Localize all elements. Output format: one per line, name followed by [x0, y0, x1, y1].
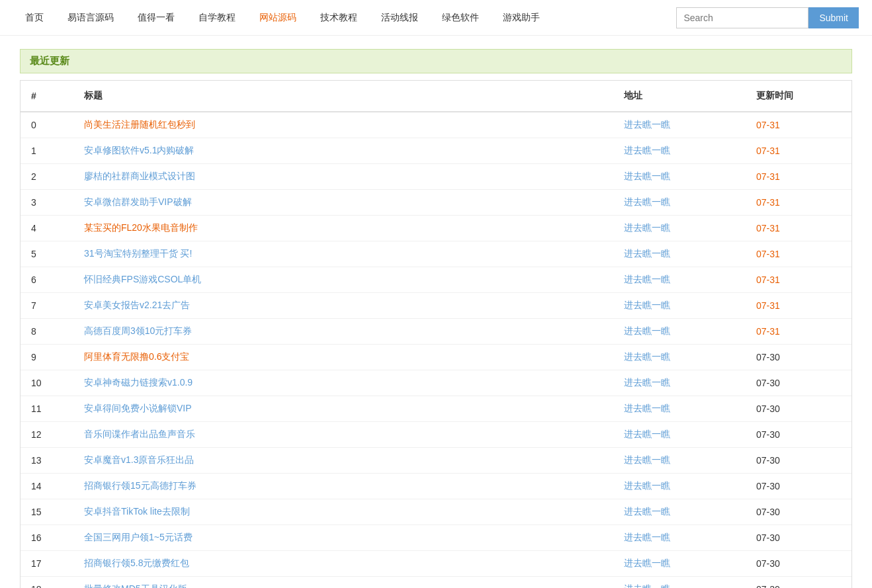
search-input[interactable]	[676, 7, 808, 28]
cell-date: 07-30	[746, 396, 851, 422]
submit-button[interactable]: Submit	[808, 7, 859, 28]
cell-date: 07-30	[746, 551, 851, 577]
title-link[interactable]: 批量修改MD5工具汉化版	[84, 583, 187, 588]
cell-title: 某宝买的FL20水果电音制作	[73, 216, 613, 241]
cell-date: 07-31	[746, 267, 851, 293]
addr-link[interactable]: 进去瞧一瞧	[624, 196, 670, 207]
table-row: 9阿里体育无限撸0.6支付宝进去瞧一瞧07-30	[21, 345, 851, 370]
cell-addr: 进去瞧一瞧	[613, 345, 746, 370]
cell-date: 07-31	[746, 164, 851, 190]
nav-huodong[interactable]: 活动线报	[369, 12, 430, 24]
addr-link[interactable]: 进去瞧一瞧	[624, 274, 670, 284]
addr-link[interactable]: 进去瞧一瞧	[624, 583, 670, 588]
col-header-addr: 地址	[613, 81, 746, 112]
addr-link[interactable]: 进去瞧一瞧	[624, 145, 670, 155]
cell-date: 07-31	[746, 190, 851, 216]
title-link[interactable]: 安卓微信群发助手VIP破解	[84, 196, 192, 207]
table-row: 12音乐间谍作者出品鱼声音乐进去瞧一瞧07-30	[21, 422, 851, 448]
addr-link[interactable]: 进去瞧一瞧	[624, 377, 670, 388]
cell-num: 12	[21, 422, 73, 448]
title-link[interactable]: 尚美生活注册随机红包秒到	[84, 119, 195, 130]
cell-num: 14	[21, 474, 73, 499]
addr-link[interactable]: 进去瞧一瞧	[624, 429, 670, 439]
cell-addr: 进去瞧一瞧	[613, 577, 746, 589]
table-row: 531号淘宝特别整理干货 买!进去瞧一瞧07-31	[21, 241, 851, 267]
nav-home[interactable]: 首页	[13, 12, 56, 24]
cell-num: 7	[21, 293, 73, 319]
nav-zhide[interactable]: 值得一看	[126, 12, 187, 24]
cell-date: 07-31	[746, 241, 851, 267]
title-link[interactable]: 安卓得间免费小说解锁VIP	[84, 403, 192, 413]
table-row: 3安卓微信群发助手VIP破解进去瞧一瞧07-31	[21, 190, 851, 216]
addr-link[interactable]: 进去瞧一瞧	[624, 506, 670, 517]
addr-link[interactable]: 进去瞧一瞧	[624, 325, 670, 336]
cell-title: 安卓抖音TikTok lite去限制	[73, 499, 613, 525]
title-link[interactable]: 安卓修图软件v5.1内购破解	[84, 145, 194, 155]
cell-date: 07-31	[746, 319, 851, 345]
addr-link[interactable]: 进去瞧一瞧	[624, 532, 670, 542]
cell-addr: 进去瞧一瞧	[613, 551, 746, 577]
cell-num: 10	[21, 370, 73, 396]
addr-link[interactable]: 进去瞧一瞧	[624, 171, 670, 181]
title-link[interactable]: 安卓魔音v1.3原音乐狂出品	[84, 454, 194, 465]
col-header-num: #	[21, 81, 73, 112]
title-link[interactable]: 招商银行领5.8元缴费红包	[84, 558, 189, 568]
table-row: 7安卓美女报告v2.21去广告进去瞧一瞧07-31	[21, 293, 851, 319]
nav-jishu[interactable]: 技术教程	[308, 12, 369, 24]
cell-num: 0	[21, 112, 73, 138]
cell-num: 13	[21, 448, 73, 474]
cell-addr: 进去瞧一瞧	[613, 525, 746, 551]
cell-title: 安卓美女报告v2.21去广告	[73, 293, 613, 319]
addr-link[interactable]: 进去瞧一瞧	[624, 403, 670, 413]
cell-addr: 进去瞧一瞧	[613, 190, 746, 216]
addr-link[interactable]: 进去瞧一瞧	[624, 222, 670, 233]
cell-title: 安卓得间免费小说解锁VIP	[73, 396, 613, 422]
cell-addr: 进去瞧一瞧	[613, 216, 746, 241]
cell-title: 廖桔的社群商业模式设计图	[73, 164, 613, 190]
cell-date: 07-31	[746, 138, 851, 164]
table-row: 13安卓魔音v1.3原音乐狂出品进去瞧一瞧07-30	[21, 448, 851, 474]
title-link[interactable]: 音乐间谍作者出品鱼声音乐	[84, 429, 195, 439]
title-link[interactable]: 阿里体育无限撸0.6支付宝	[84, 351, 189, 362]
nav-youxi[interactable]: 游戏助手	[491, 12, 552, 24]
nav-wangzhan[interactable]: 网站源码	[247, 12, 308, 24]
addr-link[interactable]: 进去瞧一瞧	[624, 248, 670, 259]
title-link[interactable]: 31号淘宝特别整理干货 买!	[84, 248, 192, 259]
addr-link[interactable]: 进去瞧一瞧	[624, 351, 670, 362]
cell-date: 07-31	[746, 112, 851, 138]
table-row: 17招商银行领5.8元缴费红包进去瞧一瞧07-30	[21, 551, 851, 577]
title-link[interactable]: 安卓美女报告v2.21去广告	[84, 300, 190, 310]
title-link[interactable]: 廖桔的社群商业模式设计图	[84, 171, 195, 181]
title-link[interactable]: 安卓抖音TikTok lite去限制	[84, 506, 190, 517]
table-row: 6怀旧经典FPS游戏CSOL单机进去瞧一瞧07-31	[21, 267, 851, 293]
cell-date: 07-30	[746, 448, 851, 474]
cell-num: 4	[21, 216, 73, 241]
table-row: 0尚美生活注册随机红包秒到进去瞧一瞧07-31	[21, 112, 851, 138]
table-row: 1安卓修图软件v5.1内购破解进去瞧一瞧07-31	[21, 138, 851, 164]
title-link[interactable]: 某宝买的FL20水果电音制作	[84, 222, 198, 233]
cell-addr: 进去瞧一瞧	[613, 422, 746, 448]
title-link[interactable]: 安卓神奇磁力链搜索v1.0.9	[84, 377, 193, 388]
cell-title: 高德百度周3领10元打车券	[73, 319, 613, 345]
table-row: 2廖桔的社群商业模式设计图进去瞧一瞧07-31	[21, 164, 851, 190]
title-link[interactable]: 怀旧经典FPS游戏CSOL单机	[84, 274, 201, 284]
cell-addr: 进去瞧一瞧	[613, 293, 746, 319]
cell-addr: 进去瞧一瞧	[613, 319, 746, 345]
addr-link[interactable]: 进去瞧一瞧	[624, 300, 670, 310]
cell-num: 11	[21, 396, 73, 422]
cell-addr: 进去瞧一瞧	[613, 241, 746, 267]
addr-link[interactable]: 进去瞧一瞧	[624, 119, 670, 130]
addr-link[interactable]: 进去瞧一瞧	[624, 558, 670, 568]
cell-num: 16	[21, 525, 73, 551]
addr-link[interactable]: 进去瞧一瞧	[624, 454, 670, 465]
table-header-row: # 标题 地址 更新时间	[21, 81, 851, 112]
addr-link[interactable]: 进去瞧一瞧	[624, 480, 670, 491]
nav-yiyuyan[interactable]: 易语言源码	[56, 12, 126, 24]
nav-zixue[interactable]: 自学教程	[187, 12, 247, 24]
cell-num: 18	[21, 577, 73, 589]
nav-lvse[interactable]: 绿色软件	[430, 12, 491, 24]
title-link[interactable]: 招商银行领15元高德打车券	[84, 480, 196, 491]
cell-num: 6	[21, 267, 73, 293]
title-link[interactable]: 全国三网用户领1~5元话费	[84, 532, 193, 542]
title-link[interactable]: 高德百度周3领10元打车券	[84, 325, 192, 336]
